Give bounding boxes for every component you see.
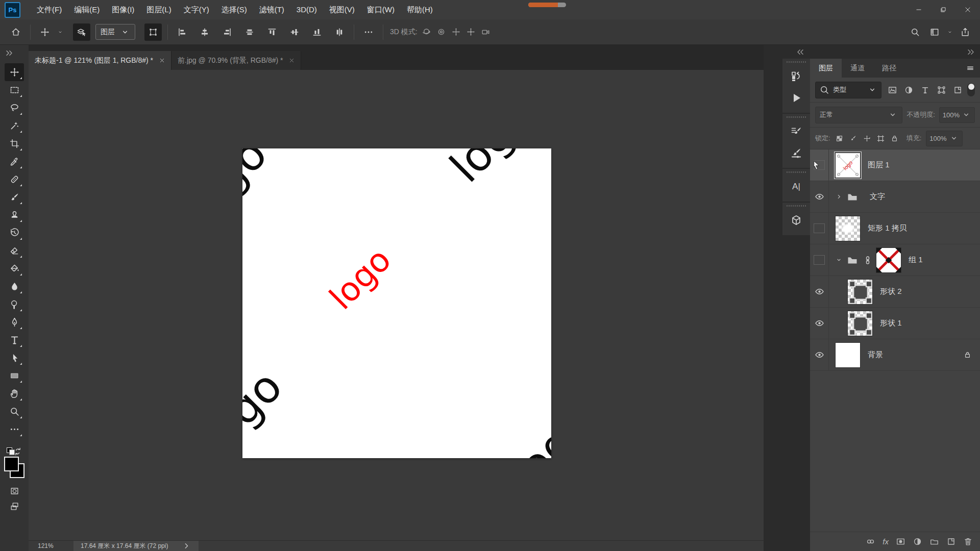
menu-item-8[interactable]: 视图(V) [323, 0, 361, 19]
threed-orbit-icon[interactable] [422, 27, 431, 37]
lock-brush-button[interactable] [849, 134, 857, 143]
panel-tab-2[interactable]: 路径 [873, 59, 905, 78]
eraser-tool[interactable] [5, 242, 24, 260]
tool-preset-chevron-icon[interactable] [56, 23, 65, 41]
menu-item-6[interactable]: 滤镜(T) [253, 0, 290, 19]
kind-smart-filter-button[interactable] [953, 85, 963, 95]
layer-row-3[interactable]: 组 1 [810, 244, 980, 276]
filtering-toggle[interactable] [967, 83, 975, 96]
paint-bucket-tool[interactable] [5, 260, 24, 278]
layer-visibility-toggle[interactable] [810, 308, 829, 339]
search-button[interactable] [906, 23, 924, 41]
drag-grip[interactable] [787, 171, 806, 173]
minimize-button[interactable] [906, 0, 931, 19]
spot-healing-brush-tool[interactable] [5, 170, 24, 188]
link-button[interactable] [866, 537, 875, 546]
foreground-color-swatch[interactable] [4, 457, 19, 471]
layer-thumbnail[interactable] [876, 247, 901, 273]
threed-camera-icon[interactable] [481, 27, 491, 37]
panel-brush-settings-panel-button[interactable] [786, 121, 807, 142]
lock-artboard-button[interactable] [876, 134, 885, 143]
layer-visibility-toggle[interactable] [810, 181, 829, 212]
magic-wand-tool[interactable] [5, 117, 24, 135]
fx-button[interactable]: fx [883, 537, 889, 546]
layer-row-0[interactable]: logo图层 1 [810, 149, 980, 181]
kind-image-filter-button[interactable] [888, 85, 897, 95]
mask-button[interactable] [896, 537, 905, 546]
menu-item-3[interactable]: 图层(L) [140, 0, 177, 19]
home-button[interactable] [7, 23, 24, 41]
layer-visibility-toggle[interactable] [810, 276, 829, 307]
zoom-level-field[interactable]: 121% [38, 542, 66, 549]
layer-thumbnail[interactable] [835, 216, 861, 241]
quick-mask-button[interactable] [5, 483, 24, 498]
layer-thumbnail[interactable] [835, 342, 861, 368]
panel-history-panel-button[interactable] [786, 66, 807, 87]
brush-tool[interactable] [5, 188, 24, 206]
type-tool[interactable] [5, 331, 24, 349]
threed-roll-icon[interactable] [436, 27, 446, 37]
layer-row-4[interactable]: 形状 2 [810, 276, 980, 308]
align-left-button[interactable] [174, 23, 191, 41]
lasso-tool[interactable] [5, 99, 24, 117]
new-layer-button[interactable] [946, 537, 956, 546]
panel-3d-panel-button[interactable] [786, 210, 807, 231]
expand-tools-icon[interactable] [4, 48, 14, 58]
layer-row-1[interactable]: 文字 [810, 181, 980, 213]
move-tool-preset-icon[interactable] [36, 23, 54, 41]
drag-grip[interactable] [787, 116, 806, 118]
threed-slide-icon[interactable] [466, 27, 476, 37]
menu-item-5[interactable]: 选择(S) [215, 0, 253, 19]
panel-menu-icon[interactable] [966, 64, 975, 73]
blend-mode-dropdown[interactable]: 正常 [815, 107, 902, 123]
more-options-button[interactable] [360, 23, 377, 41]
layer-row-2[interactable]: 矩形 1 拷贝 [810, 213, 980, 244]
menu-item-10[interactable]: 帮助(H) [401, 0, 439, 19]
fill-dropdown[interactable]: 100% [926, 131, 963, 146]
screen-mode-button[interactable] [5, 498, 24, 514]
rectangle-tool[interactable] [5, 367, 24, 385]
zoom-tool[interactable] [5, 403, 24, 420]
dodge-tool[interactable] [5, 295, 24, 313]
menu-item-1[interactable]: 编辑(E) [68, 0, 106, 19]
trash-button[interactable] [963, 537, 973, 546]
expand-panels-icon[interactable] [795, 47, 805, 57]
document-tab-0[interactable]: 未标题-1 @ 121% (图层 1, RGB/8#) * [29, 51, 172, 70]
kind-adjust-filter-button[interactable] [904, 85, 914, 95]
lock-move-button[interactable] [863, 134, 871, 143]
crop-tool[interactable] [5, 135, 24, 153]
path-selection-tool[interactable] [5, 349, 24, 367]
clone-stamp-tool[interactable] [5, 206, 24, 224]
hand-tool[interactable] [5, 385, 24, 403]
adjust-button[interactable] [913, 537, 922, 546]
threed-pan-icon[interactable] [451, 27, 461, 37]
status-chevron-icon[interactable] [181, 541, 191, 551]
menu-item-9[interactable]: 窗口(W) [361, 0, 401, 19]
auto-select-target-dropdown[interactable]: 图层 [95, 24, 135, 40]
dist-v-button[interactable] [331, 23, 348, 41]
rectangular-marquee-tool[interactable] [5, 81, 24, 99]
layer-thumbnail[interactable] [847, 311, 873, 336]
close-tab-icon[interactable] [159, 58, 165, 63]
share-button[interactable] [957, 23, 974, 41]
align-top-button[interactable] [263, 23, 281, 41]
document-info[interactable]: 17.64 厘米 x 17.64 厘米 (72 ppi) [74, 541, 199, 551]
close-tab-icon[interactable] [289, 58, 295, 63]
edit-toolbar[interactable] [5, 420, 24, 438]
document-tab-1[interactable]: 前.jpg @ 70.9% (背景, RGB/8#) * [172, 51, 301, 70]
eyedropper-tool[interactable] [5, 153, 24, 170]
kind-shape-filter-button[interactable] [937, 85, 946, 95]
group-expand-chevron-icon[interactable] [835, 193, 843, 201]
layer-thumbnail[interactable] [847, 279, 873, 305]
panel-brushes-panel-button[interactable] [786, 142, 807, 164]
pen-tool[interactable] [5, 313, 24, 331]
lock-checker-button[interactable] [835, 134, 844, 143]
align-right-button[interactable] [218, 23, 236, 41]
workspace-chevron-icon[interactable] [945, 23, 954, 41]
move-tool[interactable] [5, 63, 24, 81]
layer-visibility-toggle[interactable] [810, 244, 829, 276]
kind-type-filter-button[interactable] [920, 85, 930, 95]
dist-h-button[interactable] [241, 23, 258, 41]
drag-grip[interactable] [787, 205, 806, 207]
show-transform-controls-toggle[interactable] [144, 23, 162, 41]
